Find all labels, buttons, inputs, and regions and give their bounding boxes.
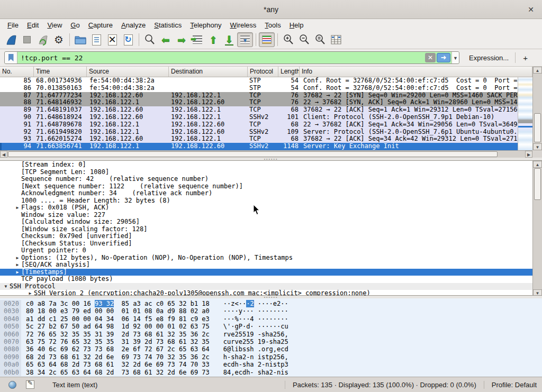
zoom-original-button[interactable] [312, 32, 328, 47]
menu-edit[interactable]: Edit [23, 20, 43, 30]
detail-line[interactable]: Acknowledgment number: 34 (relative ack … [0, 190, 532, 197]
reload-file-button[interactable]: ↻ [120, 32, 136, 47]
detail-line[interactable]: TCP payload (1080 bytes) [0, 276, 532, 283]
detail-line[interactable]: Checksum: 0x79ed [unverified] [0, 233, 532, 240]
detail-line[interactable]: [Window size scaling factor: 128] [0, 226, 532, 233]
menu-analyze[interactable]: Analyze [117, 20, 150, 30]
column-header-info[interactable]: Info [300, 67, 532, 77]
menu-capture[interactable]: Capture [84, 20, 117, 30]
display-filter-input[interactable] [17, 54, 425, 62]
scroll-down-button[interactable]: ▼ [533, 289, 542, 296]
go-back-button[interactable]: ⬅ [158, 32, 174, 47]
zoom-in-button[interactable] [281, 32, 296, 47]
open-file-button[interactable] [73, 32, 88, 47]
expand-arrow-icon[interactable]: ▶ [14, 261, 21, 269]
go-to-packet-button[interactable]: ➡ [189, 32, 205, 47]
detail-line-ssh-protocol[interactable]: ▼SSH Protocol [0, 283, 532, 290]
menu-tools[interactable]: Tools [260, 20, 285, 30]
packet-row-85[interactable]: 8568.001734936fe:54:00:d4:38:2aSTP54Conf… [0, 77, 518, 85]
hex-row[interactable]: 006072 76 65 32 35 35 31 39 2d 73 68 61 … [0, 331, 542, 338]
detail-line-flags[interactable]: ▶Flags: 0x018 (PSH, ACK) [0, 204, 532, 212]
stop-capture-button[interactable] [19, 32, 35, 47]
detail-line-options[interactable]: ▶Options: (12 bytes), No-Operation (NOP)… [0, 254, 532, 262]
packet-row-89[interactable]: 8971.648191037192.168.122.60192.168.122.… [0, 106, 518, 114]
expand-arrow-icon[interactable]: ▶ [26, 290, 34, 296]
expert-info-icon[interactable] [8, 381, 16, 389]
scrollbar-thumb[interactable] [534, 168, 541, 200]
hex-row[interactable]: 007063 75 72 76 65 32 35 35 31 39 2d 73 … [0, 338, 542, 345]
packet-row-92[interactable]: 9271.661949820192.168.122.1192.168.122.6… [0, 129, 518, 136]
column-header-source[interactable]: Source [87, 67, 169, 77]
menu-statistics[interactable]: Statistics [150, 20, 186, 30]
packet-row-86[interactable]: 8670.013850163fe:54:00:d4:38:2aSTP54Conf… [0, 85, 518, 92]
restart-capture-button[interactable] [35, 32, 51, 47]
column-header-time[interactable]: Time [34, 67, 87, 77]
packet-list-horizontal-scrollbar[interactable]: ◀ ▶ [0, 150, 532, 158]
scroll-up-button[interactable]: ▲ [533, 161, 542, 168]
go-first-packet-button[interactable]: ⬆ [205, 32, 221, 47]
menu-help[interactable]: Help [285, 20, 308, 30]
detail-line[interactable]: [Checksum Status: Unverified] [0, 240, 532, 248]
zoom-out-button[interactable] [296, 32, 312, 47]
hex-row[interactable]: 003080 18 00 e3 79 ed 00 00 01 01 08 0a … [0, 307, 542, 315]
hex-row[interactable]: 008036 40 6c 69 62 73 73 68 2e 6f 72 67 … [0, 345, 542, 353]
menu-telephony[interactable]: Telephony [186, 20, 225, 30]
hex-row[interactable]: 00b038 34 2c 65 63 64 68 2d 73 68 61 32 … [0, 369, 542, 376]
detail-line[interactable]: 1000 .... = Header Length: 32 bytes (8) [0, 197, 532, 205]
packet-row-87[interactable]: 8771.647777234192.168.122.60192.168.122.… [0, 92, 518, 99]
capture-options-button[interactable]: ⚙ [51, 32, 67, 47]
detail-line[interactable]: [Next sequence number: 1122 (relative se… [0, 183, 532, 190]
detail-line-seq-ack[interactable]: ▶[SEQ/ACK analysis] [0, 261, 532, 269]
column-header-length[interactable]: Length [278, 67, 300, 77]
scroll-down-button[interactable]: ▼ [533, 143, 542, 150]
find-packet-button[interactable] [142, 32, 158, 47]
expand-arrow-icon[interactable]: ▶ [14, 204, 21, 212]
go-forward-button[interactable]: ➡ [174, 32, 189, 47]
packet-list-vertical-scrollbar[interactable]: ▲ ▼ [532, 67, 542, 150]
save-file-button[interactable] [88, 32, 104, 47]
detail-line[interactable]: Window size value: 227 [0, 212, 532, 219]
scrollbar-thumb[interactable] [8, 151, 498, 157]
detail-line[interactable]: [TCP Segment Len: 1080] [0, 169, 532, 176]
column-header-destination[interactable]: Destination [169, 67, 248, 77]
colorize-toggle[interactable] [259, 32, 275, 47]
packet-row-90[interactable]: 9071.648618924192.168.122.60192.168.122.… [0, 114, 518, 121]
start-capture-button[interactable] [3, 32, 19, 47]
scrollbar-thumb[interactable] [534, 113, 541, 142]
scroll-right-button[interactable]: ▶ [525, 151, 532, 158]
capture-comment-icon[interactable] [26, 380, 34, 389]
hex-row[interactable]: 0020 c0 a8 7a 3c 00 16 93 32 85 a3 ac c0… [0, 300, 542, 307]
intelligent-scrollbar-minimap[interactable] [518, 77, 532, 150]
menu-file[interactable]: File [3, 20, 23, 30]
packet-row-88[interactable]: 8871.648146932192.168.122.1192.168.122.6… [0, 99, 518, 106]
menu-view[interactable]: View [43, 20, 66, 30]
detail-line[interactable]: Sequence number: 42 (relative sequence n… [0, 176, 532, 183]
hex-row[interactable]: 00a065 63 64 68 2d 73 68 61 32 2d 6e 69 … [0, 361, 542, 368]
detail-line[interactable]: [Calculated window size: 29056] [0, 218, 532, 226]
expand-arrow-icon[interactable]: ▶ [14, 269, 21, 276]
packet-row-93[interactable]: 9371.662015274192.168.122.60192.168.122.… [0, 135, 518, 143]
detail-line[interactable]: Urgent pointer: 0 [0, 247, 532, 254]
detail-line-timestamps-selected[interactable]: ▶[Timestamps] [0, 269, 532, 276]
apply-filter-button[interactable]: ➜ [437, 53, 450, 62]
menu-wireless[interactable]: Wireless [226, 20, 261, 30]
expand-arrow-icon[interactable]: ▶ [14, 254, 21, 262]
close-file-button[interactable]: ✕ [104, 32, 120, 47]
packet-row-91[interactable]: 9171.648789678192.168.122.1192.168.122.6… [0, 121, 518, 129]
hex-row[interactable]: 0040a1 dd c1 25 00 00 04 34 06 14 f5 e8 … [0, 315, 542, 323]
hex-row[interactable]: 009068 2d 73 68 61 32 2d 6e 69 73 74 70 … [0, 353, 542, 361]
menu-go[interactable]: Go [66, 20, 84, 30]
filter-bookmark-button[interactable] [5, 52, 17, 63]
packet-row-94-selected[interactable]: 9471.663856741192.168.122.1192.168.122.6… [0, 143, 518, 150]
hex-row[interactable]: 00505c 27 b2 67 50 ad 64 98 1d 92 00 00 … [0, 323, 542, 330]
details-vertical-scrollbar[interactable]: ▲ ▼ [532, 161, 542, 296]
column-header-no[interactable]: No. [0, 67, 34, 77]
scroll-left-button[interactable]: ◀ [0, 151, 7, 158]
add-filter-button[interactable]: + [518, 52, 533, 63]
column-header-protocol[interactable]: Protocol [248, 67, 278, 77]
collapse-arrow-icon[interactable]: ▼ [2, 283, 10, 290]
detail-line[interactable]: [Stream index: 0] [0, 161, 532, 169]
close-window-button[interactable]: ✕ [526, 5, 536, 14]
expression-button[interactable]: Expression... [465, 52, 513, 63]
go-last-packet-button[interactable]: ⬇ [221, 32, 237, 47]
